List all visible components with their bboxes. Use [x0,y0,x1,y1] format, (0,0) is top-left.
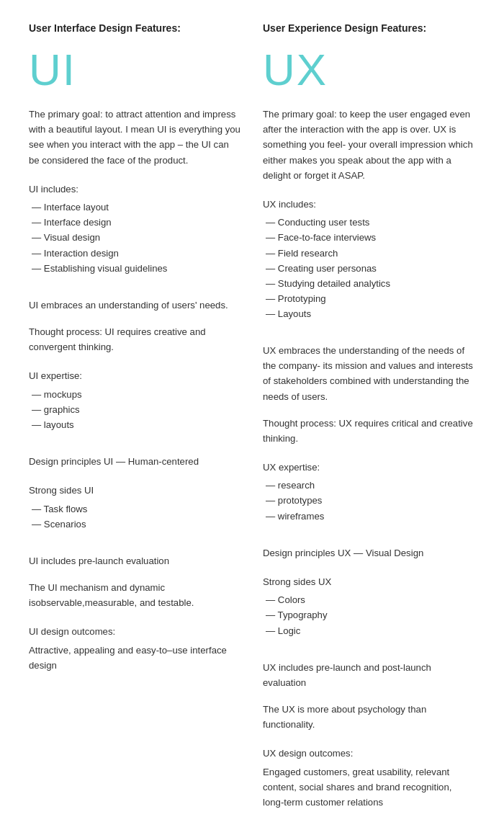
list-item: — Scenarios [29,517,241,532]
right-big-letter: UX [263,48,475,92]
right-includes-label: UX includes: [263,197,475,212]
list-item: — Logic [263,623,475,638]
right-column: User Experience Design Features: UX The … [263,22,475,817]
left-strong-sides-label: Strong sides UI [29,483,241,498]
list-item: — Interaction design [29,246,241,261]
list-item: — Colors [263,592,475,607]
right-pre-launch: UX includes pre-launch and post-launch e… [263,660,475,690]
right-outcomes-block: UX design outcomes: Engaged customers, g… [263,744,475,810]
list-item: — wireframes [263,509,475,524]
right-thought: Thought process: UX requires critical an… [263,416,475,446]
list-item: — Interface layout [29,200,241,215]
list-item: — Establishing visual guidelines [29,261,241,276]
right-expertise-list: — research — prototypes — wireframes [263,478,475,523]
right-strong-sides-block: Strong sides UX — Colors — Typography — … [263,572,475,650]
list-item: — Studying detailed analytics [263,276,475,291]
left-pre-launch: UI includes pre-launch evaluation [29,553,241,568]
right-design-principles: Design principles UX — Visual Design [263,545,475,561]
left-column: User Interface Design Features: UI The p… [29,22,241,817]
right-intro: The primary goal: to keep the user engag… [263,107,475,183]
right-strong-sides-label: Strong sides UX [263,575,475,589]
list-item: — Field research [263,246,475,261]
left-big-letter: UI [29,48,241,92]
right-outcomes-text: Engaged customers, great usability, rele… [263,764,475,810]
left-strong-sides-block: Strong sides UI — Task flows — Scenarios [29,481,241,543]
left-expertise-block: UI expertise: — mockups — graphics — lay… [29,366,241,444]
list-item: — Conducting user tests [263,215,475,230]
list-item: — Prototyping [263,291,475,306]
left-outcomes-text: Attractive, appealing and easy-to–use in… [29,643,241,673]
left-strong-sides-list: — Task flows — Scenarios [29,501,241,532]
list-item: — layouts [29,417,241,432]
list-item: — Visual design [29,230,241,245]
left-heading: User Interface Design Features: [29,22,241,35]
left-expertise-label: UI expertise: [29,369,241,383]
right-embraces: UX embraces the understanding of the nee… [263,343,475,404]
list-item: — Interface design [29,215,241,230]
left-includes-block: UI includes: — Interface layout — Interf… [29,179,241,287]
right-includes-list: — Conducting user tests — Face-to-face i… [263,215,475,321]
left-thought: Thought process: UI requires creative an… [29,324,241,354]
list-item: — graphics [29,402,241,417]
left-intro: The primary goal: to attract attention a… [29,107,241,168]
left-outcomes-block: UI design outcomes: Attractive, appealin… [29,622,241,673]
list-item: — prototypes [263,493,475,508]
list-item: — Layouts [263,306,475,321]
list-item: — mockups [29,387,241,402]
list-item: — Creating user personas [263,261,475,276]
left-design-principles: Design principles UI — Human-centered [29,454,241,469]
left-expertise-list: — mockups — graphics — layouts [29,387,241,432]
list-item: — research [263,478,475,493]
list-item: — Typography [263,607,475,622]
right-includes-block: UX includes: — Conducting user tests — F… [263,195,475,333]
right-expertise-block: UX expertise: — research — prototypes — … [263,457,475,535]
right-strong-sides-list: — Colors — Typography — Logic [263,592,475,638]
left-embraces: UI embraces an understanding of users' n… [29,298,241,313]
right-mechanism: The UX is more about psychology than fun… [263,702,475,732]
right-outcomes-label: UX design outcomes: [263,746,475,761]
left-outcomes-label: UI design outcomes: [29,625,241,639]
list-item: — Face-to-face interviews [263,230,475,245]
left-includes-list: — Interface layout — Interface design — … [29,200,241,276]
left-includes-label: UI includes: [29,182,241,197]
list-item: — Task flows [29,501,241,517]
page-container: User Interface Design Features: UI The p… [0,0,504,817]
right-heading: User Experience Design Features: [263,22,475,35]
left-mechanism: The UI mechanism and dynamic isobservabl… [29,580,241,610]
right-expertise-label: UX expertise: [263,460,475,475]
